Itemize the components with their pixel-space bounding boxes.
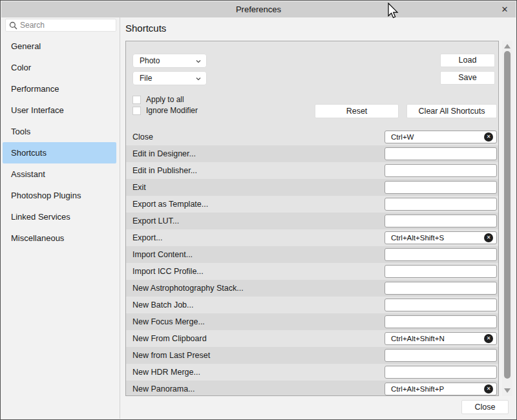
chevron-down-icon — [196, 59, 201, 64]
shortcut-action-label: New Astrophotography Stack... — [132, 280, 244, 297]
menu-dropdown-value: File — [140, 74, 152, 83]
window-close-icon[interactable]: ✕ — [498, 1, 512, 17]
shortcut-action-label: Exit — [132, 179, 146, 196]
search-box[interactable] — [5, 19, 116, 32]
clear-shortcut-icon[interactable]: ✕ — [484, 384, 493, 394]
shortcut-input[interactable]: Ctrl+W ✕ — [385, 131, 497, 143]
sidebar-item-color[interactable]: Color — [3, 57, 116, 78]
shortcut-action-label: Close — [132, 129, 153, 145]
sidebar-item-tools[interactable]: Tools — [3, 121, 116, 142]
shortcut-row-import-icc-profile: Import ICC Profile... — [126, 263, 498, 280]
shortcut-row-close: Close Ctrl+W ✕ — [126, 129, 498, 145]
shortcut-action-label: Export LUT... — [132, 213, 179, 229]
load-button[interactable]: Load — [440, 54, 495, 67]
shortcut-row-import-content: Import Content... — [126, 246, 498, 263]
shortcut-row-export-as-template: Export as Template... — [126, 196, 498, 213]
chevron-down-icon — [196, 76, 201, 81]
scrollbar[interactable] — [502, 41, 512, 396]
shortcut-input[interactable]: Ctrl+Alt+Shift+P ✕ — [385, 383, 497, 395]
clear-shortcut-icon[interactable]: ✕ — [484, 233, 493, 242]
shortcut-row-new-batch-job: New Batch Job... — [126, 297, 498, 313]
shortcut-input[interactable] — [385, 265, 497, 278]
shortcut-action-label: New from Last Preset — [132, 347, 210, 364]
sidebar-item-general[interactable]: General — [3, 36, 116, 57]
shortcut-keys: Ctrl+Alt+Shift+P — [391, 383, 444, 395]
shortcut-action-label: New Focus Merge... — [132, 313, 205, 330]
shortcut-action-label: Export as Template... — [132, 196, 208, 213]
scroll-down-icon[interactable] — [504, 388, 511, 393]
shortcut-action-label: Export... — [132, 229, 163, 246]
shortcut-action-label: New Panorama... — [132, 381, 195, 396]
shortcut-action-label: Import Content... — [132, 246, 193, 263]
shortcut-row-exit: Exit — [126, 179, 498, 196]
shortcut-row-new-panorama: New Panorama... Ctrl+Alt+Shift+P ✕ — [126, 381, 498, 396]
shortcut-row-new-focus-merge: New Focus Merge... — [126, 313, 498, 330]
shortcut-action-label: New HDR Merge... — [132, 364, 200, 381]
clear-shortcut-icon[interactable]: ✕ — [484, 334, 493, 343]
sidebar-item-user-interface[interactable]: User Interface — [3, 100, 116, 121]
scroll-up-icon[interactable] — [504, 44, 511, 48]
preferences-dialog: Preferences ✕ GeneralColorPerformanceUse… — [0, 0, 517, 420]
shortcut-input[interactable] — [385, 181, 497, 194]
checkbox-box[interactable] — [132, 107, 141, 115]
clear-all-shortcuts-button[interactable]: Clear All Shortcuts — [406, 104, 497, 118]
shortcut-row-new-astrophotography-stack: New Astrophotography Stack... — [126, 280, 498, 297]
checkbox-box[interactable] — [132, 96, 141, 104]
shortcut-row-export-lut: Export LUT... — [126, 213, 498, 229]
shortcut-input[interactable] — [385, 215, 497, 227]
shortcut-action-label: New Batch Job... — [132, 297, 194, 313]
shortcut-action-label: New From Clipboard — [132, 330, 207, 347]
checkbox-label: Ignore Modifier — [146, 107, 198, 115]
shortcut-input[interactable]: Ctrl+Alt+Shift+N ✕ — [385, 332, 497, 345]
shortcut-input[interactable] — [385, 198, 497, 211]
search-icon — [9, 21, 17, 30]
shortcut-input[interactable] — [385, 299, 497, 311]
sidebar-item-photoshop-plugins[interactable]: Photoshop Plugins — [3, 185, 116, 206]
sidebar-item-miscellaneous[interactable]: Miscellaneous — [3, 227, 116, 249]
shortcut-action-label: Edit in Designer... — [132, 145, 196, 162]
shortcut-input[interactable] — [385, 282, 497, 295]
shortcuts-table: Close Ctrl+W ✕ Edit in Designer... Edit … — [126, 129, 498, 396]
shortcut-input[interactable]: Ctrl+Alt+Shift+S ✕ — [385, 231, 497, 244]
reset-button[interactable]: Reset — [315, 104, 399, 118]
window-title: Preferences — [1, 1, 516, 17]
shortcut-action-label: Import ICC Profile... — [132, 263, 204, 280]
shortcut-keys: Ctrl+Alt+Shift+S — [391, 232, 444, 244]
sidebar-item-assistant[interactable]: Assistant — [3, 163, 116, 185]
search-input[interactable] — [20, 19, 114, 31]
shortcut-keys: Ctrl+W — [391, 131, 414, 143]
shortcut-action-label: Edit in Publisher... — [132, 162, 197, 179]
page-title: Shortcuts — [125, 23, 166, 34]
sidebar-item-shortcuts[interactable]: Shortcuts — [3, 142, 116, 163]
save-button[interactable]: Save — [440, 71, 495, 85]
shortcut-input[interactable] — [385, 147, 497, 160]
scrollbar-thumb[interactable] — [504, 51, 511, 379]
title-bar: Preferences ✕ — [1, 1, 516, 17]
shortcut-row-export: Export... Ctrl+Alt+Shift+S ✕ — [126, 229, 498, 246]
sidebar-nav: GeneralColorPerformanceUser InterfaceToo… — [1, 36, 120, 249]
sidebar-item-linked-services[interactable]: Linked Services — [3, 206, 116, 227]
shortcuts-panel: Photo File Load Save Apply to all Ignore… — [125, 41, 499, 396]
close-dialog-button[interactable]: Close — [461, 400, 509, 414]
shortcut-row-new-from-clipboard: New From Clipboard Ctrl+Alt+Shift+N ✕ — [126, 330, 498, 347]
shortcut-row-new-hdr-merge: New HDR Merge... — [126, 364, 498, 381]
app-dropdown[interactable]: Photo — [132, 54, 207, 68]
shortcut-row-edit-in-publisher: Edit in Publisher... — [126, 162, 498, 179]
checkbox-label: Apply to all — [146, 96, 184, 104]
shortcut-input[interactable] — [385, 366, 497, 379]
shortcut-row-new-from-last-preset: New from Last Preset — [126, 347, 498, 364]
shortcut-input[interactable] — [385, 164, 497, 177]
shortcut-keys: Ctrl+Alt+Shift+N — [391, 333, 445, 344]
shortcut-row-edit-in-designer: Edit in Designer... — [126, 145, 498, 162]
clear-shortcut-icon[interactable]: ✕ — [484, 132, 493, 142]
shortcut-input[interactable] — [385, 248, 497, 261]
shortcut-input[interactable] — [385, 315, 497, 328]
menu-dropdown[interactable]: File — [132, 71, 207, 85]
app-dropdown-value: Photo — [140, 56, 160, 65]
shortcut-input[interactable] — [385, 349, 497, 362]
sidebar: GeneralColorPerformanceUser InterfaceToo… — [1, 17, 120, 419]
sidebar-item-performance[interactable]: Performance — [3, 78, 116, 100]
